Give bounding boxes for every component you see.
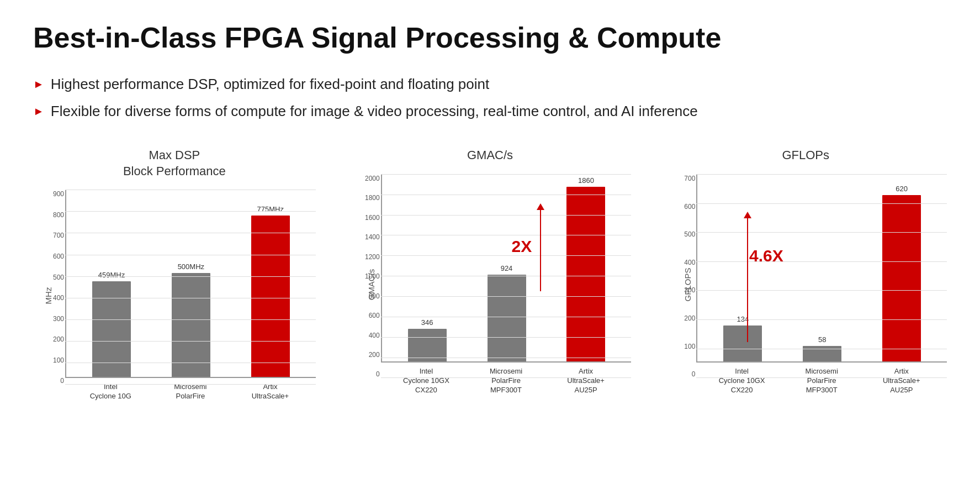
bar-gflops-2	[803, 346, 841, 361]
bar-gflops-1	[723, 326, 762, 361]
bar-group-gflops-1: 134	[708, 315, 777, 361]
bar-group-dsp-3: 775MHz	[236, 205, 305, 377]
bar-dsp-1	[92, 281, 131, 377]
charts-container: Max DSPBlock Performance MHz 0 100 200 3…	[33, 148, 947, 401]
bar-dsp-2	[172, 273, 210, 377]
bar-group-gmac-2: 924	[473, 264, 541, 361]
page-title: Best-in-Class FPGA Signal Processing & C…	[33, 22, 947, 54]
arrow-head-gmac	[537, 203, 544, 210]
arrow-head-gflops	[744, 212, 751, 218]
chart-dsp: Max DSPBlock Performance MHz 0 100 200 3…	[33, 148, 316, 401]
bar-group-gflops-2: 58	[788, 335, 856, 361]
bullet-arrow-2: ►	[33, 105, 44, 118]
bar-gmac-3	[566, 187, 605, 361]
bar-group-gflops-3: 620	[867, 185, 936, 361]
bar-dsp-3	[251, 216, 290, 377]
bar-group-dsp-2: 500MHz	[157, 262, 225, 377]
chart-gflops-title: GFLOPs	[782, 148, 829, 164]
bullet-list: ► Highest performance DSP, optimized for…	[33, 76, 947, 120]
bullet-arrow-1: ►	[33, 78, 44, 91]
chart-gmac: GMAC/s GMAC/s 0 200 400 600 800 1000 120…	[349, 148, 632, 395]
bar-group-dsp-1: 459MHz	[77, 271, 146, 377]
bullet-item-1: ► Highest performance DSP, optimized for…	[33, 76, 947, 93]
bar-gflops-3	[882, 195, 921, 361]
bar-gmac-2	[488, 275, 526, 361]
chart-gflops: GFLOPs GFLOPS 0 100 200 300 400 500 600 …	[664, 148, 947, 395]
bar-group-gmac-1: 346	[393, 318, 462, 361]
chart-gmac-title: GMAC/s	[467, 148, 513, 164]
multiplier-gflops: 4.6X	[749, 246, 783, 265]
arrow-line-gmac	[540, 210, 541, 291]
bar-gmac-1	[408, 329, 447, 361]
bullet-item-2: ► Flexible for diverse forms of compute …	[33, 103, 947, 120]
chart-dsp-title: Max DSPBlock Performance	[123, 148, 226, 179]
arrow-line-gflops	[747, 218, 748, 342]
bar-group-gmac-3: 1860	[552, 176, 620, 361]
multiplier-gmac: 2X	[512, 237, 532, 256]
